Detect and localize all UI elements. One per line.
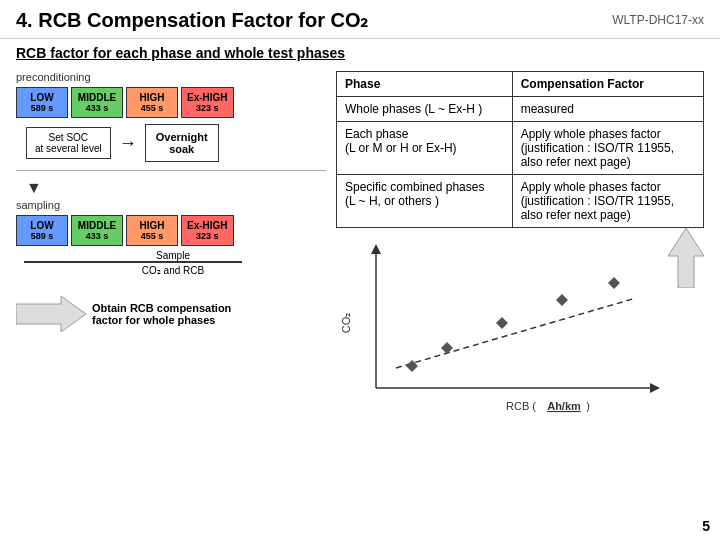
table-cell-each-phase: Each phase(L or M or H or Ex-H)	[337, 122, 513, 175]
svg-marker-4	[371, 244, 381, 254]
page-number: 5	[702, 518, 710, 534]
phase-box-middle: MIDDLE 433 s	[71, 87, 123, 118]
page-title: 4. RCB Compensation Factor for CO₂	[16, 8, 368, 32]
sampling-phase-boxes: LOW 589 s MIDDLE 433 s HIGH 455 s Ex-HIG…	[16, 215, 326, 246]
phase-mid-name: MIDDLE	[77, 92, 117, 103]
chart-area: CO₂ RCB ( Ah/km )	[336, 238, 704, 418]
phase-high-time: 455 s	[132, 103, 172, 113]
sample-underline	[24, 261, 242, 263]
obtain-arrow-icon	[16, 296, 86, 332]
preconditioning-phase-boxes: LOW 589 s MIDDLE 433 s HIGH 455 s Ex-HIG…	[16, 87, 326, 118]
svg-marker-15	[608, 277, 620, 289]
phase-box-low: LOW 589 s	[16, 87, 68, 118]
arrow-right-icon: →	[119, 133, 137, 154]
table-cell-specific-factor: Apply whole phases factor(justification …	[512, 175, 703, 228]
table-cell-whole-factor: measured	[512, 97, 703, 122]
svg-marker-0	[16, 296, 86, 332]
sample-label-1: Sample	[20, 250, 326, 261]
sample-low-name: LOW	[22, 220, 62, 231]
svg-marker-14	[556, 294, 568, 306]
sample-co2-label: Sample CO₂ and RCB	[20, 250, 326, 276]
sample-phase-box-middle: MIDDLE 433 s	[71, 215, 123, 246]
table-col-factor: Compensation Factor	[512, 72, 703, 97]
scatter-chart: CO₂ RCB ( Ah/km )	[336, 238, 676, 418]
phase-exhigh-name: Ex-HIGH	[187, 92, 228, 103]
right-section: Phase Compensation Factor Whole phases (…	[336, 71, 704, 418]
obtain-arrow-svg	[16, 296, 86, 332]
preconditioning-label: preconditioning	[16, 71, 326, 83]
sample-exhigh-time: 323 s	[187, 231, 228, 241]
big-up-arrow-icon	[668, 228, 704, 291]
table-cell-each-factor: Apply whole phases factor(justification …	[512, 122, 703, 175]
table-row-each: Each phase(L or M or H or Ex-H) Apply wh…	[337, 122, 704, 175]
document-ref: WLTP-DHC17-xx	[612, 13, 704, 27]
svg-marker-1	[668, 228, 704, 288]
svg-text:): )	[586, 400, 590, 412]
svg-marker-5	[650, 383, 660, 393]
sample-mid-name: MIDDLE	[77, 220, 117, 231]
phase-high-name: HIGH	[132, 92, 172, 103]
sample-low-time: 589 s	[22, 231, 62, 241]
table-row-whole: Whole phases (L ~ Ex-H ) measured	[337, 97, 704, 122]
overnight-soak-box: Overnightsoak	[145, 124, 219, 162]
sample-high-time: 455 s	[132, 231, 172, 241]
sample-exhigh-name: Ex-HIGH	[187, 220, 228, 231]
table-col-phase: Phase	[337, 72, 513, 97]
sample-phase-box-high: HIGH 455 s	[126, 215, 178, 246]
phase-low-time: 589 s	[22, 103, 62, 113]
arrow-down-icon: ▼	[16, 179, 326, 197]
svg-line-10	[396, 298, 636, 368]
set-soc-row: Set SOCat several level → Overnightsoak	[26, 124, 326, 162]
table-cell-specific-phase: Specific combined phases(L ~ H, or other…	[337, 175, 513, 228]
set-soc-box: Set SOCat several level	[26, 127, 111, 159]
svg-marker-12	[441, 342, 453, 354]
phase-mid-time: 433 s	[77, 103, 117, 113]
phase-box-high: HIGH 455 s	[126, 87, 178, 118]
svg-text:CO₂: CO₂	[340, 313, 352, 334]
section-subtitle: RCB factor for each phase and whole test…	[0, 39, 720, 67]
sample-high-name: HIGH	[132, 220, 172, 231]
sampling-label: sampling	[16, 199, 326, 211]
sample-phase-box-low: LOW 589 s	[16, 215, 68, 246]
sample-phase-box-exhigh: Ex-HIGH 323 s	[181, 215, 234, 246]
divider	[16, 170, 326, 171]
svg-text:Ah/km: Ah/km	[547, 400, 581, 412]
phase-exhigh-time: 323 s	[187, 103, 228, 113]
table-cell-whole-phase: Whole phases (L ~ Ex-H )	[337, 97, 513, 122]
table-row-specific: Specific combined phases(L ~ H, or other…	[337, 175, 704, 228]
phase-low-name: LOW	[22, 92, 62, 103]
svg-text:RCB (: RCB (	[506, 400, 536, 412]
compensation-table: Phase Compensation Factor Whole phases (…	[336, 71, 704, 228]
up-arrow-svg	[668, 228, 704, 288]
obtain-box: Obtain RCB compensationfactor for whole …	[16, 296, 326, 332]
left-diagram: preconditioning LOW 589 s MIDDLE 433 s H…	[16, 71, 326, 418]
sample-mid-time: 433 s	[77, 231, 117, 241]
phase-box-exhigh: Ex-HIGH 323 s	[181, 87, 234, 118]
sample-label-2: CO₂ and RCB	[20, 265, 326, 276]
obtain-text: Obtain RCB compensationfactor for whole …	[92, 302, 231, 326]
svg-marker-13	[496, 317, 508, 329]
